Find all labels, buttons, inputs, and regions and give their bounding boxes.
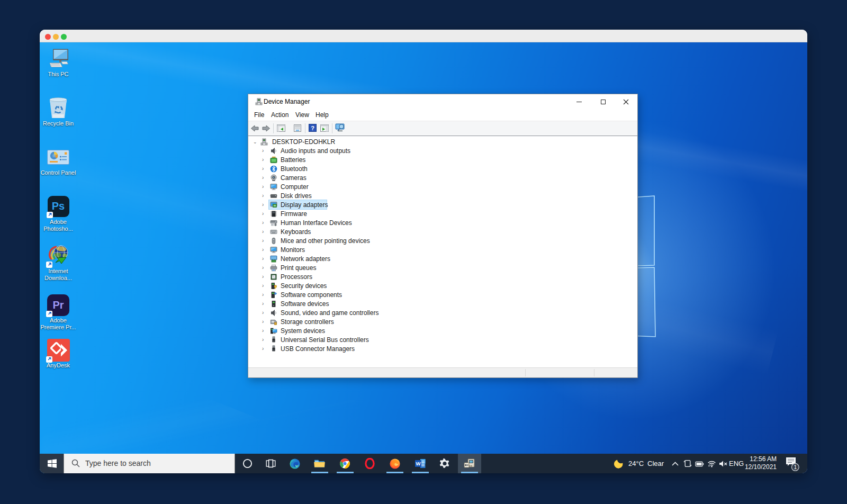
svg-text:?: ? — [311, 125, 314, 131]
svg-text:W: W — [416, 461, 421, 466]
svg-text:1: 1 — [794, 464, 797, 470]
